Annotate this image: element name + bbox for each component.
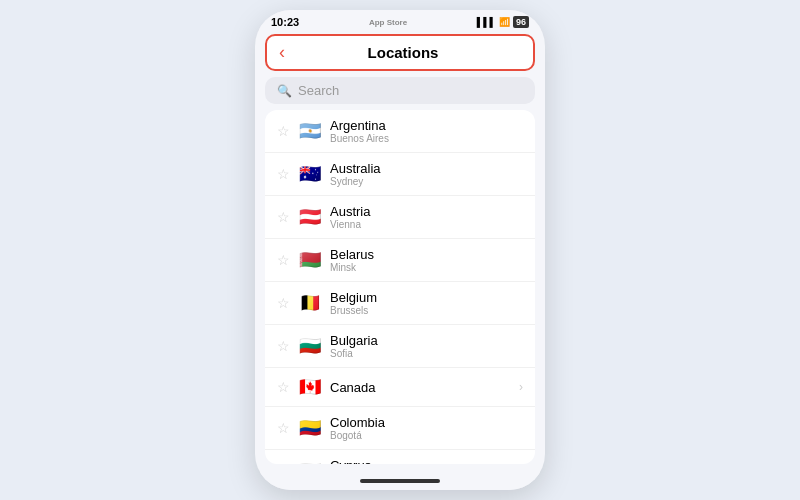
country-city: Brussels [330, 305, 523, 316]
country-info: Canada [330, 380, 511, 395]
country-city: Sofia [330, 348, 523, 359]
wifi-icon: 📶 [499, 17, 510, 27]
country-flag: 🇨🇾 [298, 460, 322, 464]
list-item[interactable]: ☆ 🇧🇪 Belgium Brussels [265, 282, 535, 325]
home-indicator [360, 479, 440, 483]
country-name: Australia [330, 161, 523, 176]
favorite-star-icon[interactable]: ☆ [277, 209, 290, 225]
country-name: Bulgaria [330, 333, 523, 348]
favorite-star-icon[interactable]: ☆ [277, 252, 290, 268]
country-flag: 🇨🇦 [298, 376, 322, 398]
country-city: Bogotá [330, 430, 523, 441]
favorite-star-icon[interactable]: ☆ [277, 338, 290, 354]
nav-header: ‹ Locations [265, 34, 535, 71]
country-flag: 🇦🇹 [298, 206, 322, 228]
list-item[interactable]: ☆ 🇨🇾 Cyprus Limassol [265, 450, 535, 464]
search-input[interactable]: Search [298, 83, 339, 98]
country-flag: 🇦🇺 [298, 163, 322, 185]
status-time: 10:23 [271, 16, 299, 28]
phone-frame: 10:23 App Store ▌▌▌ 📶 96 ‹ Locations 🔍 S… [255, 10, 545, 490]
country-flag: 🇨🇴 [298, 417, 322, 439]
country-flag: 🇧🇾 [298, 249, 322, 271]
country-city: Vienna [330, 219, 523, 230]
country-info: Cyprus Limassol [330, 458, 523, 464]
status-bar: 10:23 App Store ▌▌▌ 📶 96 [255, 10, 545, 30]
chevron-right-icon: › [519, 380, 523, 394]
favorite-star-icon[interactable]: ☆ [277, 166, 290, 182]
bottom-bar [255, 472, 545, 490]
list-item[interactable]: ☆ 🇦🇷 Argentina Buenos Aires [265, 110, 535, 153]
country-city: Minsk [330, 262, 523, 273]
country-name: Argentina [330, 118, 523, 133]
list-item[interactable]: ☆ 🇨🇦 Canada › [265, 368, 535, 407]
favorite-star-icon[interactable]: ☆ [277, 295, 290, 311]
favorite-star-icon[interactable]: ☆ [277, 379, 290, 395]
location-list: ☆ 🇦🇷 Argentina Buenos Aires ☆ 🇦🇺 Austral… [265, 110, 535, 464]
country-city: Sydney [330, 176, 523, 187]
search-bar[interactable]: 🔍 Search [265, 77, 535, 104]
battery-level: 96 [513, 16, 529, 28]
signal-icon: ▌▌▌ [477, 17, 496, 27]
status-store: App Store [369, 18, 407, 27]
country-flag: 🇦🇷 [298, 120, 322, 142]
search-icon: 🔍 [277, 84, 292, 98]
country-info: Austria Vienna [330, 204, 523, 230]
country-name: Austria [330, 204, 523, 219]
list-item[interactable]: ☆ 🇦🇺 Australia Sydney [265, 153, 535, 196]
list-item[interactable]: ☆ 🇧🇬 Bulgaria Sofia [265, 325, 535, 368]
favorite-star-icon[interactable]: ☆ [277, 123, 290, 139]
country-info: Argentina Buenos Aires [330, 118, 523, 144]
country-info: Bulgaria Sofia [330, 333, 523, 359]
country-name: Colombia [330, 415, 523, 430]
country-name: Cyprus [330, 458, 523, 464]
favorite-star-icon[interactable]: ☆ [277, 420, 290, 436]
country-flag: 🇧🇪 [298, 292, 322, 314]
favorite-star-icon[interactable]: ☆ [277, 463, 290, 464]
country-flag: 🇧🇬 [298, 335, 322, 357]
page-title: Locations [285, 44, 521, 61]
country-city: Buenos Aires [330, 133, 523, 144]
list-item[interactable]: ☆ 🇦🇹 Austria Vienna [265, 196, 535, 239]
country-name: Belgium [330, 290, 523, 305]
list-item[interactable]: ☆ 🇨🇴 Colombia Bogotá [265, 407, 535, 450]
status-icons: ▌▌▌ 📶 96 [477, 16, 529, 28]
country-info: Colombia Bogotá [330, 415, 523, 441]
country-info: Belgium Brussels [330, 290, 523, 316]
country-name: Belarus [330, 247, 523, 262]
list-item[interactable]: ☆ 🇧🇾 Belarus Minsk [265, 239, 535, 282]
country-info: Belarus Minsk [330, 247, 523, 273]
country-name: Canada [330, 380, 511, 395]
country-info: Australia Sydney [330, 161, 523, 187]
